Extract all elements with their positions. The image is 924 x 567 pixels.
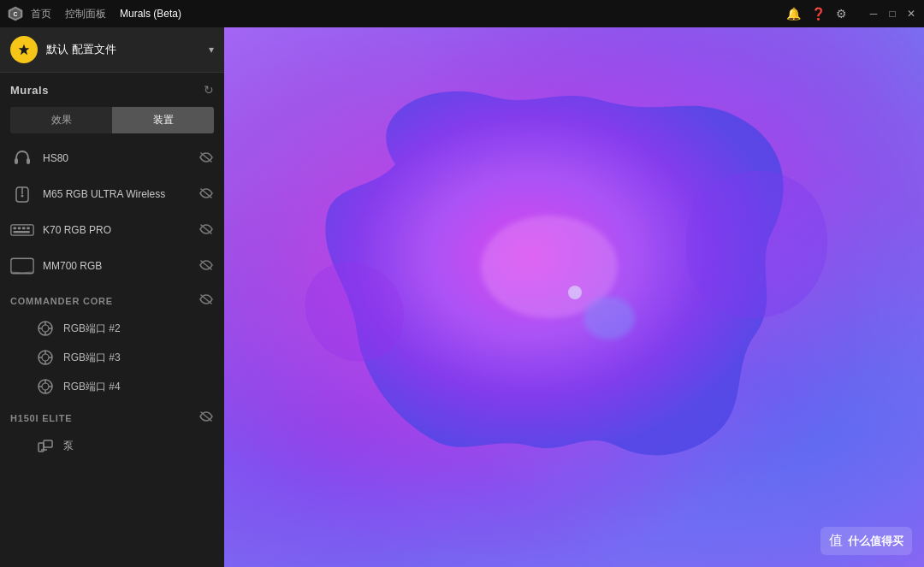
device-hs80[interactable]: HS80 bbox=[0, 140, 224, 176]
h150i-elite-header[interactable]: H150I ELITE bbox=[0, 405, 224, 431]
title-controls: 🔔 ❓ ⚙ ─ □ ✕ bbox=[786, 7, 917, 21]
window-buttons: ─ □ ✕ bbox=[868, 8, 917, 20]
svg-rect-8 bbox=[11, 225, 33, 235]
watermark-icon: 值 bbox=[829, 532, 843, 550]
device-list: HS80 M65 RGB ULTRA Wirele bbox=[0, 140, 224, 284]
commander-core-header[interactable]: COMMANDER CORE bbox=[0, 287, 224, 314]
wallpaper-background: 值 什么值得买 bbox=[224, 27, 924, 567]
profile-name: 默认 配置文件 bbox=[46, 42, 209, 57]
svg-text:C: C bbox=[13, 11, 17, 17]
pump-icon bbox=[36, 436, 55, 455]
svg-rect-38 bbox=[44, 440, 52, 447]
svg-point-31 bbox=[42, 383, 49, 390]
hs80-toggle-icon[interactable] bbox=[198, 151, 214, 166]
mm700-icon bbox=[10, 254, 34, 278]
svg-rect-13 bbox=[14, 231, 30, 233]
svg-rect-15 bbox=[11, 258, 33, 274]
rgb-port-3-name: RGB端口 #3 bbox=[63, 351, 121, 365]
rgb-port-2[interactable]: RGB端口 #2 bbox=[0, 314, 224, 343]
mm700-name: MM700 RGB bbox=[43, 260, 190, 272]
hs80-icon bbox=[10, 146, 34, 170]
rgb-port-4-name: RGB端口 #4 bbox=[63, 380, 121, 394]
svg-rect-2 bbox=[15, 158, 18, 164]
app-logo: C bbox=[7, 5, 24, 22]
svg-rect-9 bbox=[14, 227, 17, 230]
svg-point-25 bbox=[42, 354, 49, 361]
main-layout: 默认 配置文件 ▾ Murals ↻ 效果 装置 bbox=[0, 27, 924, 567]
murals-title: Murals bbox=[10, 84, 49, 97]
rgb-port-4[interactable]: RGB端口 #4 bbox=[0, 372, 224, 401]
h150i-elite-toggle-icon[interactable] bbox=[198, 410, 214, 425]
hs80-name: HS80 bbox=[43, 152, 190, 164]
close-button[interactable]: ✕ bbox=[905, 8, 917, 20]
rgb-port-2-name: RGB端口 #2 bbox=[63, 322, 121, 336]
watermark: 值 什么值得买 bbox=[820, 527, 912, 555]
nav-murals[interactable]: Murals (Beta) bbox=[120, 8, 181, 20]
rgb-port-4-icon bbox=[36, 377, 55, 396]
h150i-elite-group: H150I ELITE bbox=[0, 405, 224, 460]
commander-core-toggle-icon[interactable] bbox=[198, 293, 214, 308]
maximize-button[interactable]: □ bbox=[886, 8, 898, 20]
profile-selector[interactable]: 默认 配置文件 ▾ bbox=[0, 27, 224, 73]
murals-section-header: Murals ↻ bbox=[0, 73, 224, 102]
device-k70[interactable]: K70 RGB PRO bbox=[0, 212, 224, 248]
settings-icon[interactable]: ⚙ bbox=[836, 7, 847, 21]
title-bar: C 首页 控制面板 Murals (Beta) 🔔 ❓ ⚙ ─ □ ✕ bbox=[0, 0, 924, 27]
svg-point-45 bbox=[583, 297, 635, 340]
commander-core-group: COMMANDER CORE bbox=[0, 287, 224, 401]
svg-point-19 bbox=[42, 325, 49, 332]
content-area: 值 什么值得买 bbox=[224, 27, 924, 567]
m65-name: M65 RGB ULTRA Wireless bbox=[43, 188, 190, 200]
svg-rect-11 bbox=[22, 227, 26, 230]
nav-dashboard[interactable]: 控制面板 bbox=[65, 7, 106, 21]
help-icon[interactable]: ❓ bbox=[811, 7, 826, 21]
svg-point-46 bbox=[568, 286, 582, 299]
profile-icon bbox=[10, 36, 38, 63]
refresh-icon[interactable]: ↻ bbox=[204, 83, 214, 97]
profile-chevron-icon: ▾ bbox=[209, 44, 214, 56]
device-m65[interactable]: M65 RGB ULTRA Wireless bbox=[0, 176, 224, 212]
m65-icon bbox=[10, 182, 34, 206]
nav-bar: 首页 控制面板 Murals (Beta) bbox=[31, 7, 786, 21]
tab-devices[interactable]: 装置 bbox=[112, 107, 214, 133]
commander-core-label: COMMANDER CORE bbox=[10, 296, 190, 306]
device-mm700[interactable]: MM700 RGB bbox=[0, 248, 224, 284]
h150i-elite-label: H150I ELITE bbox=[10, 413, 190, 423]
k70-toggle-icon[interactable] bbox=[198, 223, 214, 238]
tab-effects[interactable]: 效果 bbox=[10, 107, 112, 133]
m65-toggle-icon[interactable] bbox=[198, 187, 214, 202]
bell-icon[interactable]: 🔔 bbox=[786, 7, 801, 21]
minimize-button[interactable]: ─ bbox=[868, 8, 880, 20]
tab-row: 效果 装置 bbox=[10, 107, 214, 133]
svg-rect-3 bbox=[27, 158, 30, 164]
svg-rect-12 bbox=[27, 227, 30, 230]
k70-icon bbox=[10, 218, 34, 242]
k70-name: K70 RGB PRO bbox=[43, 224, 190, 236]
watermark-text: 什么值得买 bbox=[848, 534, 903, 549]
nav-home[interactable]: 首页 bbox=[31, 7, 51, 21]
sidebar: 默认 配置文件 ▾ Murals ↻ 效果 装置 bbox=[0, 27, 224, 567]
pump-name: 泵 bbox=[63, 439, 74, 453]
svg-point-6 bbox=[21, 195, 24, 198]
rgb-port-3-icon bbox=[36, 348, 55, 367]
rgb-port-2-icon bbox=[36, 319, 55, 338]
mm700-toggle-icon[interactable] bbox=[198, 259, 214, 274]
pump-item[interactable]: 泵 bbox=[0, 431, 224, 460]
rgb-port-3[interactable]: RGB端口 #3 bbox=[0, 343, 224, 372]
svg-rect-10 bbox=[18, 227, 21, 230]
